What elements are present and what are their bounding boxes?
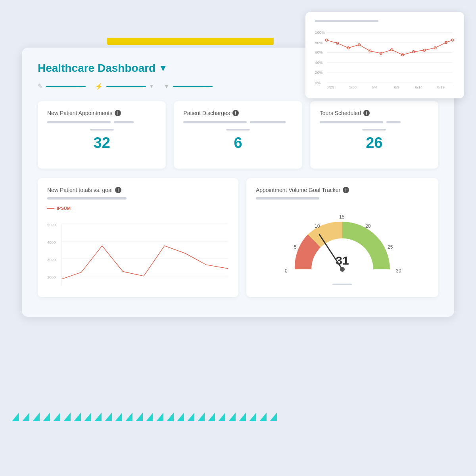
decorative-triangles [0,405,476,476]
chart-title-left: New Patient totals vs. goal i [47,187,121,193]
info-icon-1[interactable]: i [115,110,121,116]
svg-text:2000: 2000 [47,275,56,279]
kpi-divider-2 [226,129,250,131]
floating-chart-subbar [315,20,378,22]
info-icon-line-chart[interactable]: i [115,187,121,193]
info-icon-gauge-chart[interactable]: i [343,187,349,193]
kpi-title-3: Tours Scheduled i [320,110,370,116]
pencil-icon: ✎ [38,83,43,90]
chart-header-left: New Patient totals vs. goal i [47,187,229,193]
svg-text:3000: 3000 [47,257,56,262]
dashboard-title-text: Healthcare Dashboard [38,62,155,75]
svg-text:31: 31 [336,254,349,267]
charts-row: New Patient totals vs. goal i IPSUM 5000… [38,178,438,297]
sparkline-area: 100% 80% 60% 40% 20% 0% 5/25 5/30 6/4 6/… [315,28,455,91]
svg-text:4000: 4000 [47,240,56,244]
kpi-card-new-patient-appointments: New Patient Appointments i 32 [38,101,166,169]
chart-legend: IPSUM [47,206,229,211]
line-chart-area: 5000 4000 3000 2000 [47,214,229,289]
svg-text:30: 30 [396,268,401,274]
svg-text:20: 20 [365,223,371,229]
toolbar-line-1 [46,86,86,87]
kpi-row: New Patient Appointments i 32 Patient Di… [38,101,438,169]
filter-icon: ▼ [163,83,170,90]
svg-text:10: 10 [315,223,320,229]
kpi-title-1: New Patient Appointments i [47,110,121,116]
chart-subbar-right [256,197,319,200]
kpi-card-patient-discharges: Patient Discharges i 6 [174,101,302,169]
kpi-bar-row-3 [320,121,429,123]
chart-title-right: Appointment Volume Goal Tracker i [256,187,349,193]
toolbar-line-3 [173,86,213,87]
kpi-value-row-1: 32 [47,129,156,152]
svg-text:25: 25 [388,244,393,250]
kpi-title-2: Patient Discharges i [183,110,239,116]
kpi-divider-1 [90,129,114,131]
chart-card-gauge: Appointment Volume Goal Tracker i [246,178,438,297]
kpi-number-1: 32 [94,134,110,152]
flash-icon: ⚡ [95,83,103,90]
svg-text:6/9: 6/9 [394,85,399,89]
svg-point-42 [340,267,345,272]
svg-text:15: 15 [339,214,345,220]
kpi-bar-long-3 [320,121,383,123]
chart-header-right: Appointment Volume Goal Tracker i [256,187,429,193]
kpi-header-2: Patient Discharges i [183,110,292,116]
info-icon-3[interactable]: i [363,110,370,116]
svg-text:5: 5 [294,244,297,250]
kpi-number-3: 26 [366,134,382,152]
svg-text:100%: 100% [315,30,325,35]
toolbar-item-filter[interactable]: ▼ [163,83,213,90]
kpi-divider-3 [362,129,386,131]
toolbar-item-flash[interactable]: ⚡ ▼ [95,83,154,90]
kpi-bar-long-1 [47,121,111,123]
gauge-area: 0 5 10 15 20 25 30 31 [256,206,429,285]
kpi-bar-row-1 [47,121,156,123]
dropdown-arrow-icon: ▼ [149,84,154,89]
toolbar-line-2 [106,86,146,87]
kpi-value-row-3: 26 [320,129,429,152]
svg-text:6/14: 6/14 [415,85,423,89]
chart-card-line: New Patient totals vs. goal i IPSUM 5000… [38,178,238,297]
svg-text:6/19: 6/19 [437,85,445,89]
svg-text:5/30: 5/30 [349,85,357,89]
svg-text:0%: 0% [315,81,321,85]
kpi-card-tours-scheduled: Tours Scheduled i 26 [310,101,438,169]
kpi-bar-long-2 [183,121,247,123]
chart-subbar-left [47,197,127,200]
gauge-divider [332,284,352,285]
kpi-bar-row-2 [183,121,292,123]
svg-text:80%: 80% [315,40,323,45]
svg-text:60%: 60% [315,50,323,54]
svg-text:6/4: 6/4 [372,85,377,89]
svg-text:40%: 40% [315,60,323,65]
svg-text:20%: 20% [315,70,323,75]
kpi-header-3: Tours Scheduled i [320,110,429,116]
legend-line-icon [47,208,54,209]
toolbar-item-edit[interactable]: ✎ [38,83,86,90]
floating-sparkline-card: 100% 80% 60% 40% 20% 0% 5/25 5/30 6/4 6/… [305,12,464,98]
kpi-value-row-2: 6 [183,129,292,152]
kpi-number-2: 6 [234,134,242,152]
yellow-accent-bar [107,38,274,45]
kpi-bar-medium-2 [250,121,286,123]
svg-text:0: 0 [285,268,288,274]
svg-text:5/25: 5/25 [326,85,334,89]
svg-text:5000: 5000 [47,223,56,227]
kpi-header-1: New Patient Appointments i [47,110,156,116]
kpi-bar-short-1 [114,121,134,123]
kpi-bar-short-3 [386,121,401,123]
dashboard-title-arrow[interactable]: ▼ [159,63,167,73]
info-icon-2[interactable]: i [232,110,239,116]
